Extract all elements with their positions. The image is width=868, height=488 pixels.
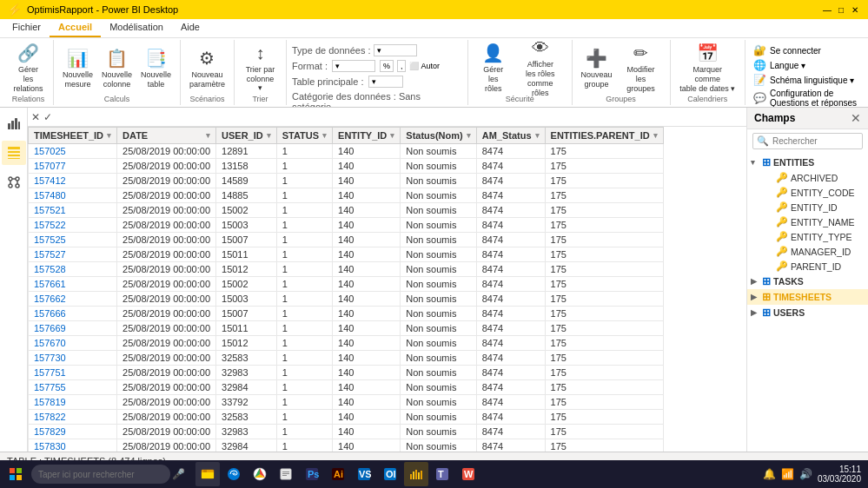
taskbar-wifi-icon[interactable]: 📶	[781, 468, 794, 480]
table-row[interactable]: 15766225/08/2019 00:00:00150031140Non so…	[29, 292, 664, 307]
tree-manager-id[interactable]: 🔑 MANAGER_ID	[747, 244, 868, 259]
col-user-id[interactable]: USER_ID ▾	[216, 128, 277, 144]
col-status[interactable]: STATUS ▾	[276, 128, 332, 144]
tree-timesheets-group[interactable]: ▶ ⊞ TIMESHEETS	[747, 289, 868, 305]
nouveau-parametre-button[interactable]: ⚙ Nouveauparamètre	[186, 45, 229, 92]
tree-parent-id[interactable]: 🔑 PARENT_ID	[747, 259, 868, 274]
tree-tasks-group[interactable]: ▶ ⊞ TASKS	[747, 274, 868, 289]
taskbar-volume-icon[interactable]: 🔊	[799, 468, 812, 480]
tree-users-group[interactable]: ▶ ⊞ USERS	[747, 305, 868, 320]
champs-search-box[interactable]: 🔍	[752, 133, 863, 149]
col-entities-parent[interactable]: ENTITIES.PARENT_ID ▾	[545, 128, 663, 144]
table-row[interactable]: 15775525/08/2019 00:00:00329841140Non so…	[29, 380, 664, 395]
champs-search-input[interactable]	[772, 136, 858, 146]
filter-entities-parent[interactable]: ▾	[653, 131, 658, 140]
taskbar-vscode-icon[interactable]: VS	[352, 462, 376, 486]
table-row[interactable]: 15766125/08/2019 00:00:00150021140Non so…	[29, 277, 664, 292]
table-row[interactable]: 15766925/08/2019 00:00:00150111140Non so…	[29, 321, 664, 336]
langue-button[interactable]: 🌐 Langue ▾	[751, 58, 808, 72]
type-donnees-dropdown[interactable]: ▾	[374, 44, 417, 56]
tree-entity-type[interactable]: 🔑 ENTITY_TYPE	[747, 229, 868, 244]
search-microphone-icon[interactable]: 🎤	[172, 468, 185, 480]
config-qa-button[interactable]: 💬 Configuration deQuestions et réponses	[751, 88, 859, 108]
table-container[interactable]: TIMESHEET_ID ▾ DATE ▾ USER_ID ▾ STATUS ▾	[28, 127, 746, 452]
filter-entity-id[interactable]: ▾	[390, 131, 394, 140]
col-entity-id[interactable]: ENTITY_ID ▾	[333, 128, 401, 144]
nouvelle-table-button[interactable]: 📑 Nouvelletable	[137, 45, 175, 92]
table-row[interactable]: 15775125/08/2019 00:00:00329831140Non so…	[29, 366, 664, 380]
filter-timesheet-id[interactable]: ▾	[107, 131, 111, 140]
tree-entity-id[interactable]: 🔑 ENTITY_ID	[747, 200, 868, 214]
taskbar-edge-icon[interactable]	[222, 462, 246, 486]
tree-entities-group[interactable]: ▾ ⊞ ENTITIES	[747, 155, 868, 170]
table-row[interactable]: 15781925/08/2019 00:00:00337921140Non so…	[29, 395, 664, 410]
format-comma-icon[interactable]: ,	[397, 60, 407, 72]
tab-accueil[interactable]: Accueil	[50, 19, 101, 37]
taskbar-search-input[interactable]	[31, 465, 170, 484]
table-row[interactable]: 15702525/08/2019 00:00:00128911140Non so…	[29, 144, 664, 159]
format-author-icon[interactable]: ⬜ Autor	[409, 62, 440, 70]
gerer-roles-button[interactable]: 👤 Gérer lesrôles	[474, 45, 513, 92]
tree-entity-name[interactable]: 🔑 ENTITY_NAME	[747, 214, 868, 229]
nouveau-groupe-button[interactable]: ➕ Nouveaugroupe	[578, 45, 616, 92]
start-button[interactable]	[3, 462, 28, 486]
table-row[interactable]: 15773025/08/2019 00:00:00325831140Non so…	[29, 351, 664, 366]
taskbar-outlook-icon[interactable]: Ol	[378, 462, 402, 486]
taskbar-teams-icon[interactable]: T	[430, 462, 454, 486]
taskbar-illustrator-icon[interactable]: Ai	[326, 462, 350, 486]
gerer-relations-button[interactable]: 🔗 Gérer lesrelations	[9, 45, 48, 92]
afficher-roles-button[interactable]: 👁 Afficherles rôlescomme rôles	[514, 45, 566, 92]
table-row[interactable]: 15741225/08/2019 00:00:00145891140Non so…	[29, 174, 664, 188]
taskbar-app2-icon[interactable]: W	[456, 462, 480, 486]
tab-fichier[interactable]: Fichier	[3, 19, 50, 37]
table-row[interactable]: 15782225/08/2019 00:00:00325831140Non so…	[29, 410, 664, 425]
format-dropdown[interactable]: ▾	[332, 60, 375, 72]
filter-status[interactable]: ▾	[322, 131, 327, 140]
filter-status-nom[interactable]: ▾	[467, 131, 471, 140]
table-principale-dropdown[interactable]: ▾	[368, 76, 403, 88]
col-status-nom[interactable]: Status(Nom) ▾	[401, 128, 476, 144]
table-view-icon[interactable]	[2, 141, 26, 165]
formula-confirm-button[interactable]: ✓	[43, 111, 52, 123]
table-row[interactable]: 15748025/08/2019 00:00:00148851140Non so…	[29, 188, 664, 203]
col-am-status[interactable]: AM_Status ▾	[476, 128, 545, 144]
filter-user-id[interactable]: ▾	[267, 131, 271, 140]
model-view-icon[interactable]	[2, 170, 26, 195]
close-button[interactable]: ✕	[849, 3, 861, 16]
nouvelle-colonne-button[interactable]: 📋 Nouvellecolonne	[98, 45, 136, 92]
taskbar-chrome-icon[interactable]	[248, 462, 272, 486]
table-row[interactable]: 15752725/08/2019 00:00:00150111140Non so…	[29, 247, 664, 262]
table-row[interactable]: 15752225/08/2019 00:00:00150031140Non so…	[29, 218, 664, 233]
se-connecter-button[interactable]: 🔐 Se connecter	[751, 43, 824, 57]
schema-button[interactable]: 📝 Schéma linguistique ▾	[751, 73, 857, 87]
table-row[interactable]: 15752525/08/2019 00:00:00150071140Non so…	[29, 233, 664, 247]
tab-aide[interactable]: Aide	[172, 19, 209, 37]
table-row[interactable]: 15783025/08/2019 00:00:00329841140Non so…	[29, 439, 664, 452]
taskbar-explorer-icon[interactable]	[195, 462, 220, 486]
modifier-groupes-button[interactable]: ✏ Modifier lesgroupes	[618, 45, 665, 92]
table-row[interactable]: 15766625/08/2019 00:00:00150071140Non so…	[29, 307, 664, 321]
report-view-icon[interactable]	[2, 111, 26, 135]
table-row[interactable]: 15707725/08/2019 00:00:00131581140Non so…	[29, 159, 664, 174]
table-row[interactable]: 15752825/08/2019 00:00:00150121140Non so…	[29, 262, 664, 277]
maximize-button[interactable]: □	[835, 3, 847, 16]
tree-entity-code[interactable]: 🔑 ENTITY_CODE	[747, 185, 868, 200]
col-timesheet-id[interactable]: TIMESHEET_ID ▾	[29, 128, 117, 144]
marquer-table-button[interactable]: 📅 Marquer commetable de dates ▾	[676, 45, 739, 92]
taskbar-photoshop-icon[interactable]: Ps	[300, 462, 324, 486]
tree-archived[interactable]: 🔑 ARCHIVED	[747, 170, 868, 185]
table-row[interactable]: 15767025/08/2019 00:00:00150121140Non so…	[29, 336, 664, 351]
table-row[interactable]: 15782925/08/2019 00:00:00329831140Non so…	[29, 425, 664, 439]
trier-colonne-button[interactable]: ↕ Trier parcolonne ▾	[240, 45, 281, 92]
minimize-button[interactable]: —	[821, 3, 833, 16]
taskbar-notifications-icon[interactable]: 🔔	[763, 468, 776, 480]
filter-am-status[interactable]: ▾	[535, 131, 540, 140]
tab-modelisation[interactable]: Modélisation	[101, 19, 172, 37]
taskbar-powerbi-icon[interactable]	[404, 462, 428, 486]
formula-cancel-button[interactable]: ✕	[31, 111, 40, 123]
format-pct-icon[interactable]: %	[380, 60, 394, 72]
nouvelle-mesure-button[interactable]: 📊 Nouvellemesure	[59, 45, 96, 92]
filter-date[interactable]: ▾	[206, 131, 210, 140]
taskbar-files-icon[interactable]	[274, 462, 298, 486]
champs-close-button[interactable]: ✕	[851, 111, 861, 125]
